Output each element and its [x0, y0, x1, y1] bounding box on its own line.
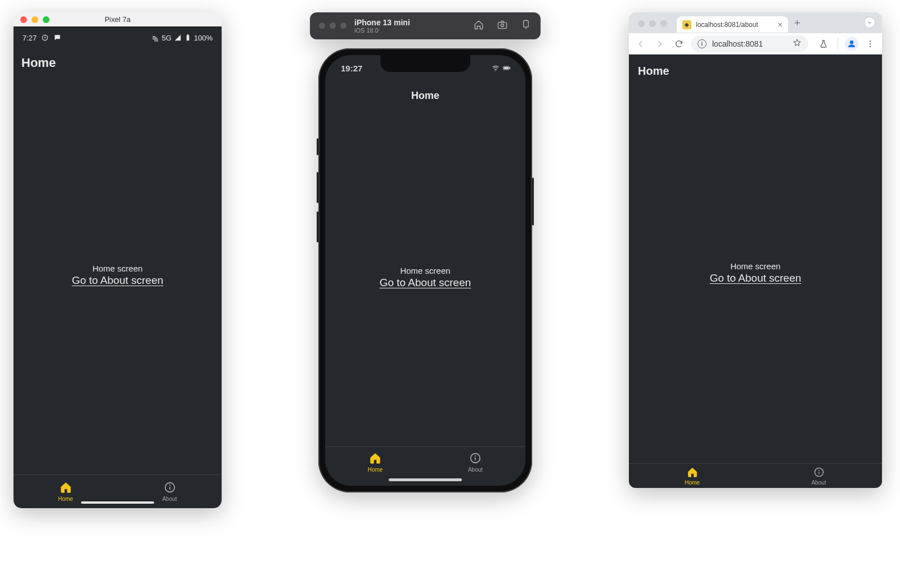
screen-label: Home screen — [400, 266, 450, 275]
browser-tab-title: localhost:8081/about — [696, 21, 773, 29]
simulator-rotate-button[interactable] — [520, 19, 532, 33]
tab-home[interactable]: Home — [325, 447, 425, 478]
nav-back-button[interactable] — [633, 37, 648, 51]
simulator-device-name: iPhone 13 mini — [354, 18, 410, 27]
chrome-toolbar: i localhost:8081 — [629, 33, 882, 55]
tab-about-label: About — [468, 467, 483, 473]
simulator-home-button[interactable] — [473, 19, 484, 33]
iphone-notch — [380, 55, 470, 72]
page-title: Home — [14, 44, 222, 76]
svg-point-9 — [495, 70, 496, 71]
simulator-screenshot-button[interactable] — [497, 19, 508, 33]
tab-home[interactable]: Home — [629, 464, 755, 488]
chrome-browser-window: ◆ localhost:8081/about × + i localhost:8… — [629, 12, 882, 488]
info-icon — [164, 481, 176, 495]
tab-home-label: Home — [685, 480, 700, 486]
svg-point-5 — [169, 485, 170, 486]
window-close-button[interactable] — [319, 22, 325, 29]
svg-rect-1 — [186, 35, 189, 40]
svg-rect-11 — [504, 67, 509, 69]
clock-icon — [41, 34, 49, 42]
window-traffic-lights — [319, 22, 346, 29]
info-icon — [469, 452, 482, 465]
screen-label: Home screen — [92, 264, 142, 273]
tab-about[interactable]: About — [425, 447, 525, 478]
page-title: Home — [325, 81, 525, 108]
address-bar-url: localhost:8081 — [712, 39, 787, 48]
android-window-title: Pixel 7a — [14, 15, 222, 24]
iphone-device-frame: 19:27 Home Home screen Go to About scree… — [318, 48, 532, 492]
window-zoom-button[interactable] — [340, 22, 346, 29]
tab-home-label: Home — [368, 467, 383, 473]
svg-point-15 — [475, 455, 476, 456]
address-bar[interactable]: i localhost:8081 — [691, 35, 808, 52]
window-minimize-button[interactable] — [330, 22, 336, 29]
home-icon — [60, 481, 72, 495]
info-icon — [813, 467, 825, 479]
cast-icon — [151, 34, 159, 42]
screen-content: Home screen Go to About screen — [325, 108, 525, 446]
labs-button[interactable] — [816, 37, 831, 51]
svg-point-19 — [870, 46, 871, 47]
nav-reload-button[interactable] — [672, 37, 686, 51]
android-emulator-window: Pixel 7a 7:27 5G 100% Home Home screen G… — [14, 12, 222, 508]
ios-simulator-toolbar: iPhone 13 mini iOS 18.0 — [310, 12, 541, 39]
tab-home-label: Home — [58, 496, 73, 502]
chrome-tab-strip: ◆ localhost:8081/about × + — [629, 12, 882, 33]
ios-simulator-stack: iPhone 13 mini iOS 18.0 19:27 Home — [310, 12, 541, 492]
iphone-power-button[interactable] — [532, 178, 534, 225]
status-network-type: 5G — [161, 34, 171, 42]
bookmark-star-icon[interactable] — [793, 38, 802, 49]
ios-home-indicator[interactable] — [389, 478, 462, 481]
signal-icon — [174, 34, 182, 42]
profile-avatar-button[interactable] — [845, 37, 858, 51]
toolbar-separator — [838, 38, 838, 49]
status-time: 19:27 — [341, 64, 362, 73]
battery-icon — [503, 64, 511, 72]
svg-point-18 — [870, 43, 871, 44]
svg-point-22 — [818, 469, 820, 471]
android-screen: 7:27 5G 100% Home Home screen Go to Abou… — [14, 26, 222, 508]
simulator-device-meta: iPhone 13 mini iOS 18.0 — [354, 18, 410, 34]
android-window-titlebar: Pixel 7a — [14, 12, 222, 26]
window-zoom-button[interactable] — [660, 20, 667, 27]
status-time: 7:27 — [22, 34, 37, 42]
simulator-actions — [473, 19, 532, 33]
tab-overflow-button[interactable] — [864, 17, 875, 28]
iphone-volume-down[interactable] — [317, 211, 318, 242]
svg-rect-2 — [187, 34, 188, 35]
screen-content: Home screen Go to About screen — [14, 76, 222, 474]
nav-forward-button[interactable] — [652, 37, 667, 51]
tab-about[interactable]: About — [755, 464, 882, 488]
iphone-mute-switch[interactable] — [317, 138, 318, 155]
web-app-viewport: Home Home screen Go to About screen Home… — [629, 55, 882, 488]
screen-label: Home screen — [730, 261, 780, 271]
site-info-icon[interactable]: i — [698, 39, 706, 48]
browser-tab[interactable]: ◆ localhost:8081/about × — [676, 16, 789, 33]
tab-close-button[interactable]: × — [778, 20, 782, 29]
svg-point-16 — [850, 40, 853, 43]
iphone-volume-up[interactable] — [317, 172, 318, 203]
android-nav-pill[interactable] — [81, 501, 154, 504]
tab-about-label: About — [811, 480, 826, 486]
chat-icon — [53, 34, 61, 42]
page-title: Home — [629, 55, 882, 82]
new-tab-button[interactable]: + — [794, 17, 800, 29]
favicon-icon: ◆ — [682, 20, 691, 29]
simulator-os-version: iOS 18.0 — [354, 27, 410, 34]
go-to-about-link[interactable]: Go to About screen — [72, 274, 164, 287]
svg-point-7 — [501, 24, 504, 26]
window-minimize-button[interactable] — [649, 20, 656, 27]
go-to-about-link[interactable]: Go to About screen — [380, 277, 471, 289]
svg-rect-12 — [510, 67, 510, 69]
bottom-tab-bar: Home About — [629, 463, 882, 488]
home-icon — [687, 467, 698, 479]
chrome-menu-button[interactable] — [863, 37, 878, 51]
android-status-bar: 7:27 5G 100% — [14, 31, 222, 44]
tab-about-label: About — [162, 496, 177, 502]
wifi-icon — [492, 64, 500, 72]
svg-rect-8 — [524, 21, 528, 28]
window-close-button[interactable] — [638, 20, 645, 27]
go-to-about-link[interactable]: Go to About screen — [710, 272, 802, 284]
battery-icon — [184, 34, 192, 42]
